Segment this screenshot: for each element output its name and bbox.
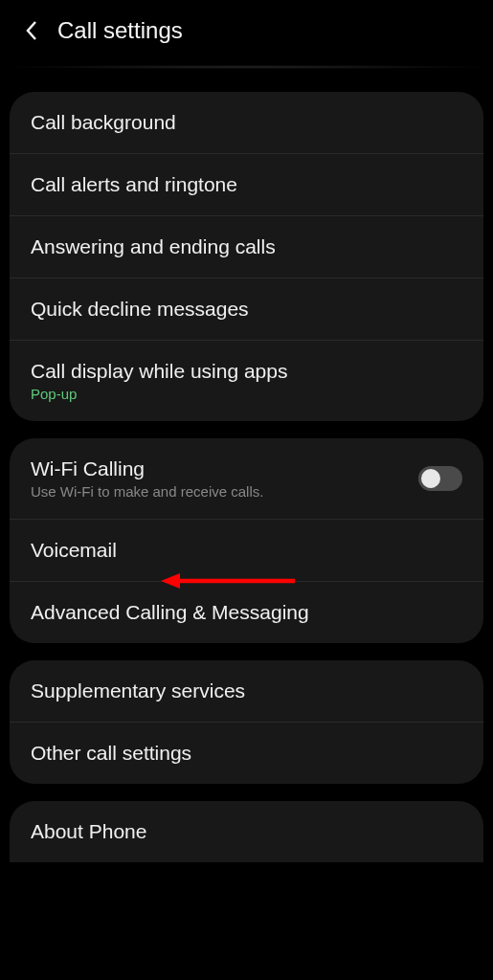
back-icon[interactable] <box>25 19 38 42</box>
item-label: Voicemail <box>31 539 117 562</box>
item-label: Call display while using apps <box>31 360 287 383</box>
header: Call settings <box>0 0 493 61</box>
item-call-alerts[interactable]: Call alerts and ringtone <box>10 154 483 216</box>
item-label: Answering and ending calls <box>31 235 276 258</box>
item-sublabel: Pop-up <box>31 386 287 402</box>
item-sublabel: Use Wi-Fi to make and receive calls. <box>31 483 263 500</box>
item-voicemail[interactable]: Voicemail <box>10 520 483 582</box>
item-supplementary[interactable]: Supplementary services <box>10 660 483 723</box>
wifi-calling-toggle[interactable] <box>418 466 462 491</box>
item-wifi-calling[interactable]: Wi-Fi Calling Use Wi-Fi to make and rece… <box>10 438 483 520</box>
item-label: Quick decline messages <box>31 298 249 321</box>
item-other-settings[interactable]: Other call settings <box>10 723 483 784</box>
item-label: Advanced Calling & Messaging <box>31 601 309 624</box>
settings-group-2: Wi-Fi Calling Use Wi-Fi to make and rece… <box>10 438 483 643</box>
item-advanced-calling[interactable]: Advanced Calling & Messaging <box>10 582 483 643</box>
item-label: Call alerts and ringtone <box>31 173 237 196</box>
item-call-background[interactable]: Call background <box>10 92 483 154</box>
item-quick-decline[interactable]: Quick decline messages <box>10 278 483 341</box>
settings-group-1: Call background Call alerts and ringtone… <box>10 92 483 421</box>
page-title: Call settings <box>57 17 183 44</box>
item-about-phone[interactable]: About Phone <box>10 801 483 862</box>
item-label: Wi-Fi Calling <box>31 457 263 480</box>
item-label: Supplementary services <box>31 679 245 702</box>
item-label: Call background <box>31 111 176 134</box>
settings-group-4: About Phone <box>10 801 483 862</box>
item-label: Other call settings <box>31 742 191 765</box>
header-divider <box>13 65 480 69</box>
item-answering-ending[interactable]: Answering and ending calls <box>10 216 483 278</box>
item-call-display[interactable]: Call display while using apps Pop-up <box>10 341 483 421</box>
item-label: About Phone <box>31 820 146 843</box>
toggle-knob <box>421 469 440 488</box>
settings-group-3: Supplementary services Other call settin… <box>10 660 483 784</box>
